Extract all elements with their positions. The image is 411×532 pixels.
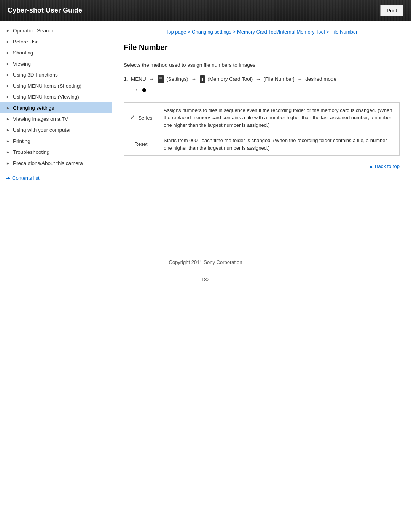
arrow-icon: ► — [6, 95, 10, 99]
page-description: Selects the method used to assign file n… — [124, 62, 400, 68]
sidebar-item-precautions[interactable]: ► Precautions/About this camera — [0, 158, 112, 169]
page-number: 182 — [0, 273, 411, 286]
sidebar-item-label: Troubleshooting — [13, 149, 49, 155]
back-to-top[interactable]: ▲ Back to top — [124, 163, 400, 169]
contents-list-label: Contents list — [12, 175, 40, 181]
sidebar-item-changing-settings[interactable]: ► Changing settings — [0, 102, 112, 113]
table-row: ✓ Series Assigns numbers to files in seq… — [124, 102, 400, 133]
breadcrumb-sep3: > — [326, 29, 330, 35]
arrow-icon: ► — [6, 106, 10, 110]
arrow-right-icon: ➔ — [6, 176, 10, 181]
sidebar-item-label: Before Use — [13, 39, 39, 45]
page-title: File Number — [124, 43, 400, 56]
arrow-icon: ► — [6, 73, 10, 77]
sidebar-item-label: Viewing images on a TV — [13, 116, 68, 122]
sidebar-item-viewing[interactable]: ► Viewing — [0, 58, 112, 69]
page-layout: ► Operation Search ► Before Use ► Shooti… — [0, 21, 411, 250]
sidebar-item-menu-shooting[interactable]: ► Using MENU items (Shooting) — [0, 80, 112, 91]
sidebar-item-computer[interactable]: ► Using with your computer — [0, 125, 112, 136]
sidebar-item-label: Using MENU items (Viewing) — [13, 94, 79, 100]
series-mode-cell: ✓ Series — [124, 102, 158, 133]
sidebar-item-label: Operation Search — [13, 28, 53, 34]
modes-table: ✓ Series Assigns numbers to files in seq… — [124, 102, 400, 156]
sidebar-item-3d-functions[interactable]: ► Using 3D Functions — [0, 69, 112, 80]
arrow-icon: ► — [6, 84, 10, 88]
header: Cyber-shot User Guide Print — [0, 0, 411, 21]
step-settings-text: (Settings) — [166, 76, 188, 82]
arrow-icon: ► — [6, 139, 10, 143]
sidebar-item-printing[interactable]: ► Printing — [0, 136, 112, 147]
sidebar-item-before-use[interactable]: ► Before Use — [0, 36, 112, 47]
sidebar-item-label: Using 3D Functions — [13, 72, 58, 78]
memory-card-icon: ▮ — [200, 75, 205, 83]
back-to-top-link[interactable]: ▲ Back to top — [368, 163, 400, 169]
step-1: 1. MENU → ☷ (Settings) → ▮ (Memory Card … — [124, 75, 400, 95]
arrow-icon: ► — [6, 150, 10, 154]
sidebar-item-viewing-tv[interactable]: ► Viewing images on a TV — [0, 113, 112, 125]
step-tool-text: (Memory Card Tool) — [207, 76, 253, 82]
reset-mode-cell: Reset — [124, 133, 158, 156]
arrow-sym-2: → — [191, 76, 196, 82]
arrow-icon: ► — [6, 29, 10, 33]
series-description: Assigns numbers to files in sequence eve… — [158, 102, 400, 133]
back-to-top-label: Back to top — [375, 163, 400, 169]
bullet-icon — [142, 88, 146, 92]
sidebar-item-troubleshooting[interactable]: ► Troubleshooting — [0, 147, 112, 158]
step-number: 1. — [124, 76, 128, 82]
back-to-top-arrow: ▲ — [368, 163, 374, 169]
arrow-icon: ► — [6, 161, 10, 165]
arrow-icon: ► — [6, 40, 10, 44]
sidebar-item-label: Using with your computer — [13, 127, 71, 133]
breadcrumb-memory-card-tool[interactable]: Memory Card Tool/Internal Memory Tool — [237, 29, 325, 35]
reset-description: Starts from 0001 each time the folder is… — [158, 133, 400, 156]
breadcrumb: Top page > Changing settings > Memory Ca… — [124, 29, 400, 35]
sidebar-item-label: Precautions/About this camera — [13, 160, 83, 166]
footer: Copyright 2011 Sony Corporation — [0, 254, 411, 273]
arrow-sym-3: → — [256, 76, 261, 82]
arrow-icon: ► — [6, 128, 10, 132]
arrow-icon: ► — [6, 62, 10, 66]
breadcrumb-file-number[interactable]: File Number — [331, 29, 358, 35]
sidebar-item-label: Using MENU items (Shooting) — [13, 83, 81, 89]
copyright: Copyright 2011 Sony Corporation — [169, 259, 242, 265]
sidebar: ► Operation Search ► Before Use ► Shooti… — [0, 21, 112, 250]
breadcrumb-sep2: > — [233, 29, 237, 35]
contents-list-link[interactable]: ➔ Contents list — [0, 171, 112, 185]
breadcrumb-top[interactable]: Top page — [166, 29, 186, 35]
reset-label: Reset — [135, 141, 148, 147]
step-continuation: → — [131, 85, 400, 94]
sidebar-item-label: Viewing — [13, 61, 31, 67]
arrow-sym-4: → — [298, 76, 303, 82]
main-content: Top page > Changing settings > Memory Ca… — [112, 21, 411, 177]
header-title: Cyber-shot User Guide — [0, 6, 82, 14]
series-label: Series — [138, 115, 152, 121]
sidebar-item-label: Shooting — [13, 50, 33, 56]
sidebar-item-label: Printing — [13, 138, 30, 144]
table-row: Reset Starts from 0001 each time the fol… — [124, 133, 400, 156]
step-file-number-text: [File Number] — [264, 76, 295, 82]
breadcrumb-changing-settings[interactable]: Changing settings — [192, 29, 231, 35]
arrow-icon: ► — [6, 117, 10, 121]
check-icon: ✓ — [130, 113, 135, 121]
sidebar-item-operation-search[interactable]: ► Operation Search — [0, 25, 112, 36]
arrow-sym-5: → — [133, 87, 138, 93]
sidebar-item-shooting[interactable]: ► Shooting — [0, 47, 112, 58]
arrow-sym-1: → — [149, 76, 154, 82]
arrow-icon: ► — [6, 51, 10, 55]
breadcrumb-sep1: > — [188, 29, 192, 35]
step-desired-mode-text: desired mode — [305, 76, 336, 82]
step-menu-text: MENU — [131, 76, 146, 82]
sidebar-item-menu-viewing[interactable]: ► Using MENU items (Viewing) — [0, 91, 112, 102]
sidebar-item-label: Changing settings — [13, 105, 54, 111]
settings-icon: ☷ — [158, 75, 164, 83]
print-button[interactable]: Print — [380, 5, 403, 16]
